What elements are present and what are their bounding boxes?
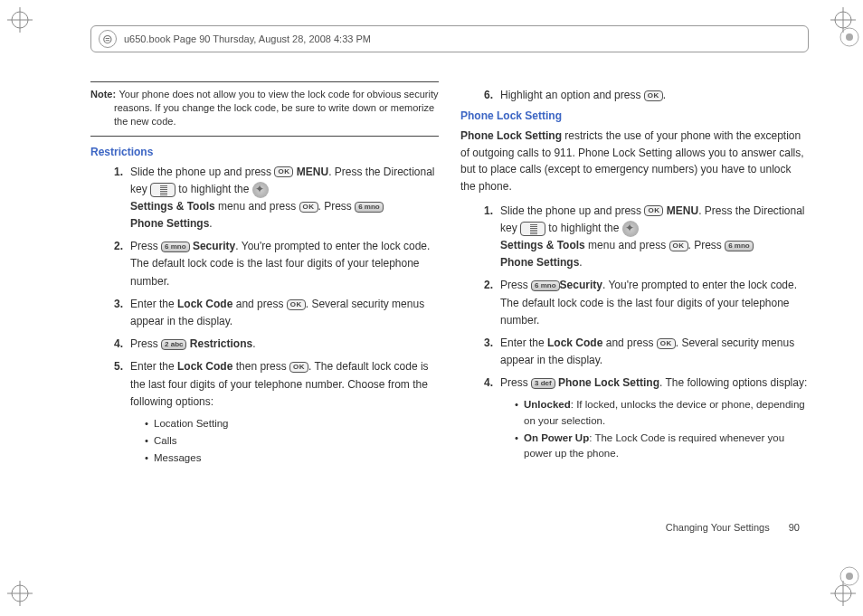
step-item: 4. Press 2 abc Restrictions. [130, 336, 439, 353]
key-6-icon: 6 mno [531, 280, 560, 291]
footer-label: Changing Your Settings [666, 522, 770, 533]
section-title-phone-lock: Phone Lock Setting [460, 109, 809, 122]
list-item: Calls [145, 433, 439, 449]
step-item: 3. Enter the Lock Code and press OK. Sev… [500, 335, 809, 369]
ok-key-icon: OK [289, 362, 308, 373]
left-column: Note: Your phone does not allow you to v… [90, 81, 439, 544]
right-column: 6. Highlight an option and press OK. Pho… [460, 81, 809, 544]
list-item: On Power Up: The Lock Code is required w… [515, 431, 809, 462]
bullet-list: Location Setting Calls Messages [130, 416, 439, 467]
ok-key-icon: OK [657, 338, 676, 349]
key-6-icon: 6 mno [355, 202, 384, 213]
step-item: 2. Press 6 mnoSecurity. You're prompted … [500, 277, 809, 329]
tools-icon [622, 221, 639, 237]
steps-list: 6. Highlight an option and press OK. [460, 87, 809, 104]
ok-key-icon: OK [644, 90, 663, 101]
list-item: Unlocked: If locked, unlocks the device … [515, 397, 809, 429]
ok-key-icon: OK [669, 241, 688, 251]
page-header: ⊜ u650.book Page 90 Thursday, August 28,… [90, 25, 809, 52]
key-6-icon: 6 mno [725, 241, 754, 251]
note-label: Note: [90, 89, 116, 100]
page-footer: Changing Your Settings 90 [666, 522, 800, 533]
step-item: 1. Slide the phone up and press OK MENU.… [500, 203, 809, 272]
steps-list: 1. Slide the phone up and press OK MENU.… [90, 164, 439, 467]
note-block: Note: Your phone does not allow you to v… [90, 81, 439, 137]
ok-key-icon: OK [644, 205, 663, 216]
ok-key-icon: OK [299, 202, 318, 213]
steps-list: 1. Slide the phone up and press OK MENU.… [460, 203, 809, 462]
section-title-restrictions: Restrictions [90, 146, 439, 158]
book-icon: ⊜ [99, 30, 117, 48]
step-item: 5. Enter the Lock Code then press OK. Th… [130, 358, 439, 466]
step-item: 3. Enter the Lock Code and press OK. Sev… [130, 296, 439, 330]
crop-mark-icon [7, 7, 33, 35]
key-6-icon: 6 mno [161, 242, 190, 252]
register-mark-icon [838, 564, 861, 591]
page-body: Note: Your phone does not allow you to v… [90, 81, 809, 544]
step-item: 4. Press 3 def Phone Lock Setting. The f… [500, 374, 809, 461]
svg-point-15 [846, 573, 853, 580]
dpad-key-icon [520, 222, 545, 236]
page-number: 90 [789, 522, 800, 533]
tools-icon [252, 182, 269, 198]
intro-paragraph: Phone Lock Setting restricts the use of … [460, 128, 809, 194]
ok-key-icon: OK [287, 299, 306, 310]
list-item: Location Setting [145, 416, 439, 431]
key-2-icon: 2 abc [161, 339, 186, 350]
step-item: 6. Highlight an option and press OK. [500, 87, 809, 104]
bullet-list: Unlocked: If locked, unlocks the device … [500, 397, 809, 461]
step-item: 1. Slide the phone up and press OK MENU.… [130, 164, 439, 233]
dpad-key-icon [150, 183, 175, 197]
crop-mark-icon [7, 581, 33, 609]
step-item: 2. Press 6 mno Security. You're prompted… [130, 238, 439, 290]
svg-point-13 [846, 33, 853, 41]
header-text: u650.book Page 90 Thursday, August 28, 2… [124, 33, 371, 44]
key-3-icon: 3 def [531, 378, 555, 389]
ok-key-icon: OK [274, 166, 293, 177]
note-text: Your phone does not allow you to view th… [114, 89, 438, 127]
register-mark-icon [838, 25, 861, 52]
list-item: Messages [145, 450, 439, 466]
